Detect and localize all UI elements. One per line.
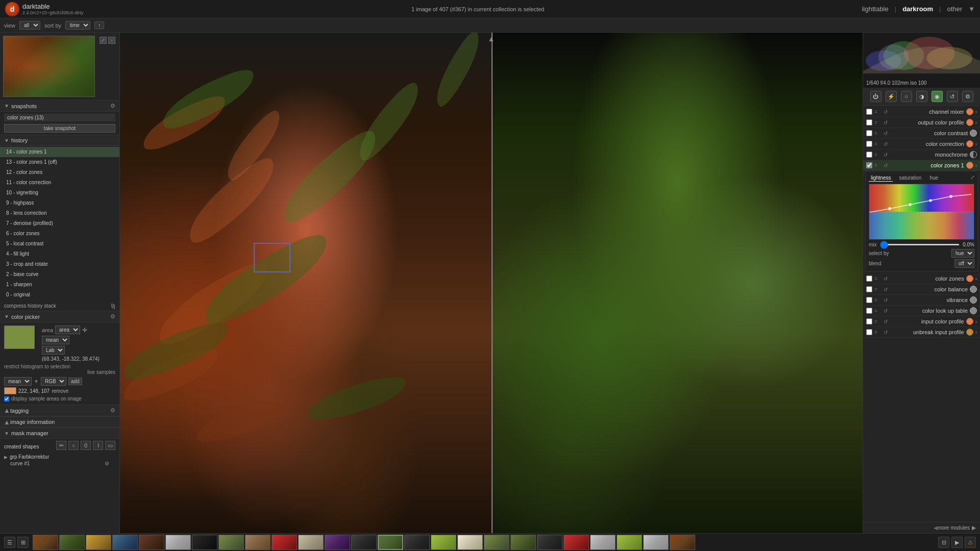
history-item[interactable]: 5 - local contrast	[0, 239, 119, 249]
module-reset-icon[interactable]: ↺	[884, 330, 891, 335]
module-arrow-color-zones[interactable]: ›	[975, 276, 977, 282]
filmstrip-thumb[interactable]	[457, 535, 483, 550]
module-reset-icon[interactable]: ↺	[884, 297, 891, 303]
module-reset-icon[interactable]: ↺	[884, 287, 891, 292]
rt-power-icon[interactable]: ⏻	[870, 91, 881, 102]
history-item[interactable]: 9 - highpass	[0, 198, 119, 208]
cp-add-button[interactable]: add	[68, 378, 82, 385]
module-menu-icon[interactable]: =	[874, 319, 881, 324]
cp-remove-button[interactable]: remove	[52, 388, 68, 394]
mask-item[interactable]: curve #1 ⚙	[4, 460, 115, 467]
module-enable-color-zones-1[interactable]	[866, 162, 872, 168]
filmstrip-thumb[interactable]	[245, 535, 271, 550]
module-menu-icon[interactable]: =	[874, 163, 881, 168]
filmstrip-thumb[interactable]	[272, 535, 297, 550]
module-menu-icon[interactable]: =	[874, 141, 881, 147]
cp-display-checkbox[interactable]	[4, 396, 9, 402]
module-enable-vibrance[interactable]	[866, 297, 872, 303]
filmstrip-thumb[interactable]	[59, 535, 85, 550]
module-enable-input-color-profile[interactable]	[866, 318, 872, 324]
filmstrip-thumb[interactable]	[192, 535, 217, 550]
filmstrip-thumb[interactable]	[484, 535, 509, 550]
cp-area-select[interactable]: area	[55, 325, 80, 334]
module-reset-icon[interactable]: ↺	[884, 120, 891, 126]
module-reset-icon[interactable]: ↺	[884, 163, 891, 168]
cp-eyedropper-icon[interactable]: ✛	[82, 327, 87, 334]
nav-lighttable[interactable]: lighttable	[862, 5, 889, 13]
sort-select[interactable]: time	[65, 21, 90, 30]
module-menu-icon[interactable]: =	[874, 330, 881, 335]
module-enable-color-look-up-table[interactable]	[866, 308, 872, 314]
filmstrip-thumb[interactable]	[564, 535, 589, 550]
czones-expand-icon[interactable]: ⤢	[970, 174, 974, 182]
sort-direction-button[interactable]: ↑	[94, 21, 104, 29]
color-picker-gear-icon[interactable]: ⚙	[110, 313, 115, 320]
history-item[interactable]: 1 - sharpen	[0, 280, 119, 290]
czones-blend-select[interactable]: off	[954, 259, 974, 268]
module-reset-icon[interactable]: ↺	[884, 131, 891, 136]
filmstrip-thumb-selected[interactable]	[378, 535, 403, 550]
module-reset-icon[interactable]: ↺	[884, 152, 891, 158]
history-item[interactable]: 7 - denoise (profiled)	[0, 218, 119, 229]
history-item[interactable]: 0 - original	[0, 290, 119, 300]
history-item[interactable]: 14 - color zones 1	[0, 147, 119, 157]
tagging-header[interactable]: ▶ tagging ⚙	[0, 405, 119, 416]
history-item[interactable]: 3 - crop and rotate	[0, 259, 119, 269]
nav-dropdown[interactable]: ▼	[968, 5, 975, 13]
filmstrip-thumb[interactable]	[510, 535, 536, 550]
module-enable-color-contrast[interactable]	[866, 130, 872, 136]
mask-item-gear-icon[interactable]: ⚙	[105, 461, 109, 466]
rt-settings-icon[interactable]: ⚙	[962, 91, 973, 102]
filmstrip-thumb[interactable]	[537, 535, 562, 550]
module-menu-icon[interactable]: =	[874, 308, 881, 314]
filmstrip-thumb[interactable]	[404, 535, 430, 550]
module-enable-color-zones[interactable]	[866, 276, 872, 282]
module-reset-icon[interactable]: ↺	[884, 308, 891, 314]
czones-tab-saturation[interactable]: saturation	[897, 174, 923, 182]
module-arrow-channel-mixer[interactable]: ›	[975, 109, 977, 115]
filmstrip-thumb[interactable]	[325, 535, 350, 550]
snapshots-header[interactable]: ▼ snapshots ⚙	[0, 100, 119, 112]
bottom-filmstrip-button[interactable]: ⊞	[17, 537, 29, 548]
rt-half-circle-icon[interactable]: ◑	[916, 91, 927, 102]
czones-tab-lightness[interactable]: lightness	[869, 174, 893, 182]
module-arrow-unbreak-input-profile[interactable]: ›	[975, 330, 977, 335]
module-reset-icon[interactable]: ↺	[884, 319, 891, 324]
nav-other[interactable]: other	[947, 5, 962, 13]
history-item[interactable]: 4 - fill light	[0, 249, 119, 259]
history-item[interactable]: 8 - lens correction	[0, 208, 119, 218]
module-enable-channel-mixer[interactable]	[866, 109, 872, 115]
filmstrip-thumb[interactable]	[86, 535, 111, 550]
cp-rgb-select[interactable]: RGB	[41, 377, 66, 386]
bottom-warning-icon[interactable]: ⚠	[965, 537, 976, 548]
module-enable-unbreak-input-profile[interactable]	[866, 329, 872, 335]
mask-manager-header[interactable]: ▼ mask manager	[0, 428, 119, 439]
more-modules-arrow-icon[interactable]: ▶	[972, 524, 976, 531]
cp-colorspace-select[interactable]: Lab	[42, 346, 65, 355]
module-enable-color-balance[interactable]	[866, 286, 872, 292]
filmstrip-thumb[interactable]	[617, 535, 642, 550]
nav-darkroom[interactable]: darkroom	[902, 5, 933, 13]
filmstrip-thumb[interactable]	[165, 535, 191, 550]
compress-history-button[interactable]: compress history stack	[4, 303, 56, 309]
right-panel-collapse-icon[interactable]: ◀	[934, 525, 938, 531]
module-menu-icon[interactable]: =	[874, 297, 881, 303]
filmstrip-thumb[interactable]	[351, 535, 377, 550]
history-item[interactable]: 13 - color zones 1 (off)	[0, 157, 119, 167]
top-panel-arrow[interactable]: ▲	[488, 35, 495, 43]
view-select[interactable]: all	[19, 21, 40, 30]
module-enable-monochrome[interactable]	[866, 152, 872, 158]
bottom-filmstrip-icon[interactable]: ⊟	[938, 537, 949, 548]
history-item[interactable]: 2 - base curve	[0, 269, 119, 280]
filmstrip-thumb[interactable]	[139, 535, 164, 550]
module-enable-output-color-profile[interactable]	[866, 119, 872, 126]
mask-zero-button[interactable]: 0	[81, 441, 91, 450]
module-arrow-color-zones-1[interactable]: ›	[975, 163, 977, 168]
history-item[interactable]: 10 - vignetting	[0, 188, 119, 198]
tagging-gear-icon[interactable]: ⚙	[110, 407, 115, 414]
bottom-list-view-button[interactable]: ☰	[4, 537, 15, 548]
rt-presets-icon[interactable]: ⚡	[886, 91, 897, 102]
rt-color-icon[interactable]: ◉	[932, 91, 943, 102]
mask-rect-button[interactable]: ▭	[105, 441, 115, 450]
thumb-expand-button[interactable]: ⤢	[100, 37, 107, 44]
